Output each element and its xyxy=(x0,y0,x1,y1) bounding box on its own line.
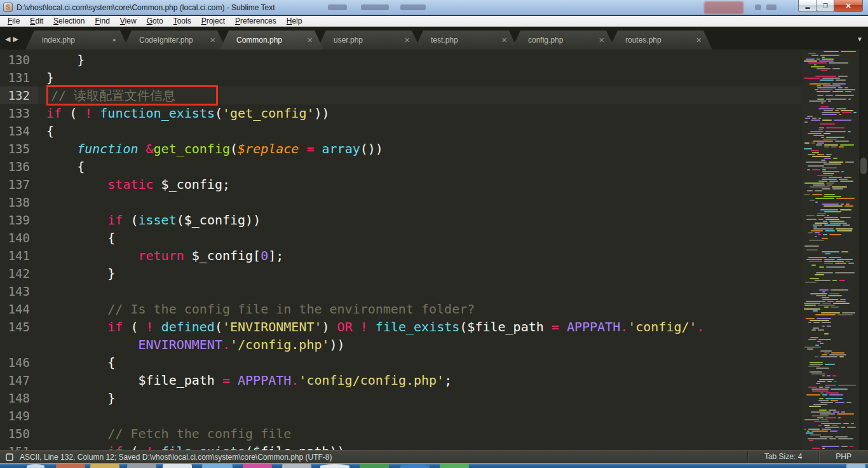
scrollbar-thumb[interactable] xyxy=(860,158,867,174)
taskbar-item[interactable] xyxy=(90,464,119,468)
menu-item-project[interactable]: Project xyxy=(196,16,230,27)
token: ($file_path xyxy=(459,319,552,334)
menu-item-edit[interactable]: Edit xyxy=(25,16,48,27)
minimap-line xyxy=(808,366,820,367)
minimap-line xyxy=(840,181,853,182)
tab-user-php[interactable]: user.php✕ xyxy=(317,31,421,50)
minimap-line xyxy=(810,83,831,85)
tab-close-icon[interactable]: ✕ xyxy=(696,36,712,45)
taskbar-item[interactable] xyxy=(360,464,389,468)
minimap-line xyxy=(811,120,820,121)
tab-CodeIgniter-php[interactable]: CodeIgniter.php✕ xyxy=(123,31,226,50)
code-text[interactable]: if ( ! file_exists($file_path)) xyxy=(38,443,802,450)
minimap-line xyxy=(827,301,834,302)
code-text[interactable] xyxy=(38,193,802,211)
tab-index-php[interactable]: index.php● xyxy=(25,31,129,50)
code-text[interactable]: { xyxy=(38,158,802,176)
code-text[interactable]: if ( ! defined('ENVIRONMENT') OR ! file_… xyxy=(38,318,802,336)
code-text[interactable] xyxy=(38,282,802,300)
taskbar-item[interactable] xyxy=(400,464,430,468)
code-text[interactable]: // Is the config file in the environment… xyxy=(38,300,802,318)
taskbar-item[interactable] xyxy=(127,464,156,468)
minimap-line xyxy=(813,404,827,405)
minimap-line xyxy=(832,68,840,69)
menu-item-selection[interactable]: Selection xyxy=(48,16,90,27)
tab-nav-forward-icon[interactable]: ▶ xyxy=(13,35,20,43)
minimap-line xyxy=(808,165,824,167)
code-line-137: 137static $_config; xyxy=(0,176,802,193)
menu-item-preferences[interactable]: Preferences xyxy=(230,16,281,27)
minimap-line xyxy=(809,406,821,407)
vintage-mode-icon[interactable] xyxy=(6,453,13,461)
menu-item-tools[interactable]: Tools xyxy=(168,16,196,27)
taskbar-item[interactable] xyxy=(440,464,469,468)
minimap-line xyxy=(839,146,844,148)
minimap-line xyxy=(829,234,841,235)
minimap-line xyxy=(818,305,835,306)
code-text[interactable]: if ( ! function_exists('get_config')) xyxy=(38,104,802,122)
tab-size-indicator[interactable]: Tab Size: 4 xyxy=(747,451,818,464)
taskbar-item[interactable] xyxy=(846,464,865,468)
code-line-142: 142} xyxy=(0,265,802,282)
minimap-line xyxy=(811,389,829,390)
syntax-mode-indicator[interactable]: PHP xyxy=(818,451,868,464)
minimap-line xyxy=(808,257,827,258)
taskbar-item[interactable] xyxy=(243,464,272,468)
taskbar-item[interactable] xyxy=(27,464,44,468)
minimize-button[interactable]: ▂ xyxy=(798,0,817,12)
minimap-line xyxy=(804,142,810,144)
code-text[interactable]: } xyxy=(38,265,802,282)
token: ()) xyxy=(360,141,383,156)
taskbar-item[interactable] xyxy=(56,464,85,468)
minimap-line xyxy=(819,266,824,268)
code-text[interactable]: { xyxy=(38,354,802,371)
tab-config-php[interactable]: config.php✕ xyxy=(512,31,615,50)
tab-nav-arrows[interactable]: ◀▶ xyxy=(5,35,21,43)
minimap-line xyxy=(818,339,831,340)
menu-item-find[interactable]: Find xyxy=(90,16,114,27)
code-text[interactable]: ENVIRONMENT.'/config.php')) xyxy=(38,336,802,354)
taskbar-item[interactable] xyxy=(202,464,233,468)
code-text[interactable]: static $_config; xyxy=(38,176,802,193)
menu-item-goto[interactable]: Goto xyxy=(142,16,168,27)
menu-item-help[interactable]: Help xyxy=(281,16,308,27)
code-text[interactable]: { xyxy=(38,122,802,140)
code-line-146: 146{ xyxy=(0,354,802,371)
code-text[interactable]: function &get_config($replace = array()) xyxy=(38,140,802,158)
taskbar-item[interactable] xyxy=(163,464,192,468)
menu-item-file[interactable]: File xyxy=(3,16,25,27)
code-text[interactable]: $file_path = APPPATH.'config/config.php'… xyxy=(38,371,802,389)
code-text[interactable]: { xyxy=(38,229,802,247)
windows-taskbar[interactable] xyxy=(0,463,868,468)
minimap-line xyxy=(808,429,820,430)
code-text[interactable] xyxy=(38,407,802,425)
taskbar-item[interactable] xyxy=(282,464,311,468)
taskbar-item[interactable] xyxy=(320,464,349,468)
code-area[interactable]: 130}131}132// 读取配置文件信息133if ( ! function… xyxy=(0,51,802,450)
code-text[interactable]: // Fetch the config file xyxy=(38,425,802,443)
minimap-line xyxy=(848,263,854,264)
token: if xyxy=(107,319,123,334)
tab-routes-php[interactable]: routes.php✕ xyxy=(609,31,712,50)
vertical-scrollbar[interactable] xyxy=(859,50,868,450)
tab-nav-back-icon[interactable]: ◀ xyxy=(5,35,13,43)
tab-overflow-dropdown-icon[interactable]: ▼ xyxy=(857,36,863,43)
minimap-line xyxy=(812,118,817,119)
code-text[interactable]: // 读取配置文件信息 xyxy=(38,86,802,104)
code-text[interactable]: } xyxy=(38,51,802,69)
menu-item-view[interactable]: View xyxy=(115,16,142,27)
tab-Common-php[interactable]: Common.php✕ xyxy=(220,31,323,50)
minimap-line xyxy=(813,184,825,186)
tab-test-php[interactable]: test.php✕ xyxy=(414,31,518,50)
close-button[interactable]: ✕ xyxy=(834,0,863,12)
code-text[interactable]: } xyxy=(38,389,802,407)
code-text[interactable]: return $_config[0]; xyxy=(38,247,802,265)
code-line-132: 132// 读取配置文件信息 xyxy=(0,86,802,104)
code-text[interactable]: } xyxy=(38,69,802,86)
code-text[interactable]: if (isset($_config)) xyxy=(38,211,802,229)
minimap-line xyxy=(822,326,825,327)
minimap-line xyxy=(804,429,806,430)
minimap[interactable] xyxy=(802,50,859,450)
editor-area[interactable]: 130}131}132// 读取配置文件信息133if ( ! function… xyxy=(0,50,868,450)
restore-button[interactable]: ❐ xyxy=(817,0,834,12)
